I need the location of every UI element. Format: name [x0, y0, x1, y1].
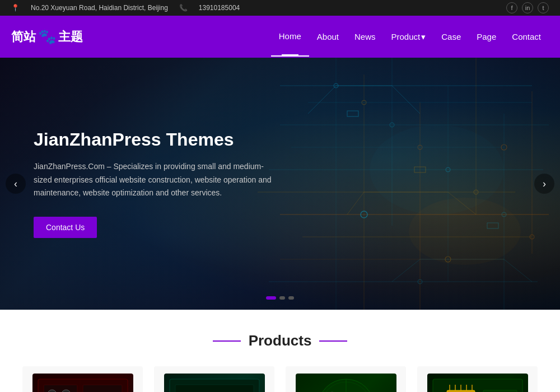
product-card-4[interactable]	[417, 366, 538, 392]
products-label: Products	[249, 332, 312, 349]
title-line-right	[319, 340, 347, 342]
logo[interactable]: 简站 🐾 主题	[11, 28, 83, 45]
carousel-dot-3[interactable]	[288, 296, 294, 300]
title-line-left	[213, 340, 241, 342]
location-icon: 📍	[11, 4, 20, 12]
svg-rect-81	[483, 390, 517, 393]
product-card-1[interactable]	[22, 366, 143, 392]
products-grid	[11, 366, 549, 392]
nav-news-label: News	[354, 32, 376, 41]
nav-about[interactable]: About	[309, 17, 347, 56]
main-nav: Home About News Product ▾ Case Page Cont…	[271, 17, 549, 57]
hero-title: JianZhanPress Themes	[34, 129, 280, 150]
phone-text: 13910185004	[199, 4, 240, 12]
product-card-3[interactable]	[286, 366, 406, 392]
twitter-icon[interactable]: t	[538, 2, 549, 13]
carousel-dots	[266, 296, 294, 300]
nav-case-label: Case	[441, 32, 461, 41]
carousel-dot-1[interactable]	[266, 296, 276, 300]
hero-section: ‹ JianZhanPress Themes JianZhanPress.Com…	[0, 58, 560, 310]
nav-about-label: About	[317, 32, 339, 41]
svg-point-34	[409, 198, 521, 265]
logo-paw-icon: 🐾	[38, 28, 56, 45]
linkedin-icon[interactable]: in	[522, 2, 533, 13]
nav-home[interactable]: Home	[271, 17, 309, 57]
carousel-prev-button[interactable]: ‹	[6, 174, 26, 194]
nav-active-indicator	[282, 54, 298, 55]
svg-rect-30	[347, 111, 358, 116]
product-image-4	[427, 374, 528, 393]
product-image-2	[164, 374, 265, 393]
facebook-icon[interactable]: f	[506, 2, 517, 13]
product-image-3	[296, 374, 396, 393]
products-section: Products	[0, 310, 560, 392]
product-image-1	[32, 374, 133, 393]
hero-content: JianZhanPress Themes JianZhanPress.Com –…	[0, 129, 314, 238]
svg-rect-37	[83, 385, 122, 393]
carousel-next-button[interactable]: ›	[534, 174, 554, 194]
logo-text-right: 主题	[58, 29, 83, 45]
nav-page-label: Page	[477, 32, 496, 41]
nav-case[interactable]: Case	[433, 17, 469, 56]
nav-product-label: Product ▾	[391, 32, 426, 42]
nav-contact[interactable]: Contact	[504, 17, 549, 56]
nav-contact-label: Contact	[512, 32, 541, 41]
carousel-dot-2[interactable]	[279, 296, 285, 300]
social-links: f in t	[506, 2, 549, 13]
phone-icon: 📞	[179, 4, 188, 12]
nav-page[interactable]: Page	[469, 17, 504, 56]
logo-text-left: 简站	[11, 29, 36, 45]
top-bar-left: 📍 No.20 Xueyuan Road, Haidian District, …	[11, 4, 240, 12]
products-section-title: Products	[11, 332, 549, 349]
svg-rect-69	[447, 390, 475, 393]
address-text: No.20 Xueyuan Road, Haidian District, Be…	[31, 4, 168, 12]
nav-home-label: Home	[279, 31, 301, 41]
nav-news[interactable]: News	[347, 17, 384, 56]
svg-rect-46	[175, 385, 254, 393]
dropdown-chevron-icon: ▾	[421, 32, 426, 42]
top-bar: 📍 No.20 Xueyuan Road, Haidian District, …	[0, 0, 560, 16]
hero-description: JianZhanPress.Com – Specializes in provi…	[34, 160, 280, 200]
product-card-2[interactable]	[154, 366, 274, 392]
contact-us-button[interactable]: Contact Us	[34, 217, 97, 238]
nav-product[interactable]: Product ▾	[384, 17, 434, 57]
header: 简站 🐾 主题 Home About News Product ▾ Case P…	[0, 16, 560, 58]
